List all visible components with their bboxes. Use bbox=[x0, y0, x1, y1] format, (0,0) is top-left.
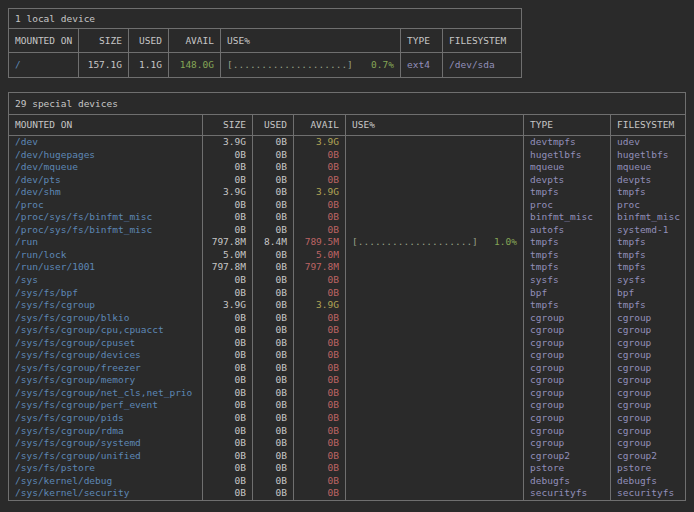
size-value: 0B bbox=[203, 199, 253, 212]
fs-type: proc bbox=[524, 199, 611, 212]
used-value: 0B bbox=[253, 324, 294, 337]
size-value: 3.9G bbox=[203, 136, 253, 149]
filesystem: cgroup bbox=[611, 374, 685, 387]
used-value: 0B bbox=[253, 362, 294, 375]
avail-value: 0B bbox=[294, 374, 346, 387]
used-value: 0B bbox=[253, 136, 294, 149]
usage-bar-cell bbox=[346, 261, 524, 274]
fs-type: tmpfs bbox=[524, 261, 611, 274]
usage-bar-cell bbox=[346, 437, 524, 450]
mount-point: /sys/fs/cgroup/net_cls,net_prio bbox=[9, 387, 203, 400]
size-value: 0B bbox=[203, 425, 253, 438]
filesystem: cgroup bbox=[611, 312, 685, 325]
usage-bar-cell bbox=[346, 337, 524, 350]
filesystem: cgroup bbox=[611, 425, 685, 438]
table-row: /dev/mqueue 0B 0B 0B mqueue mqueue bbox=[9, 161, 685, 174]
used-value: 0B bbox=[253, 337, 294, 350]
usage-bar-cell bbox=[346, 199, 524, 212]
usage-bar: [....................] bbox=[227, 53, 353, 77]
special-table-title: 29 special devices bbox=[9, 93, 685, 115]
table-row: /sys/fs/cgroup/pids 0B 0B 0B cgroup cgro… bbox=[9, 412, 685, 425]
usage-bar-cell bbox=[346, 299, 524, 312]
avail-value: 0B bbox=[294, 312, 346, 325]
mount-point: /proc/sys/fs/binfmt_misc bbox=[9, 211, 203, 224]
mount-point: /sys/fs/cgroup/rdma bbox=[9, 425, 203, 438]
usage-bar-cell bbox=[346, 475, 524, 488]
usage-bar-cell: [....................]1.0% bbox=[346, 236, 524, 249]
used-value: 0B bbox=[253, 450, 294, 463]
table-row: /dev 3.9G 0B 3.9G devtmpfs udev bbox=[9, 136, 685, 149]
mount-point: /proc/sys/fs/binfmt_misc bbox=[9, 224, 203, 237]
used-value: 0B bbox=[253, 349, 294, 362]
header-size: SIZE bbox=[79, 29, 129, 52]
filesystem: cgroup bbox=[611, 337, 685, 350]
avail-value: 0B bbox=[294, 425, 346, 438]
size-value: 797.8M bbox=[203, 236, 253, 249]
fs-type: debugfs bbox=[524, 475, 611, 488]
fs-type: autofs bbox=[524, 224, 611, 237]
used-value: 0B bbox=[253, 161, 294, 174]
size-value: 0B bbox=[203, 399, 253, 412]
size-value: 3.9G bbox=[203, 186, 253, 199]
filesystem: pstore bbox=[611, 462, 685, 475]
usage-bar-cell bbox=[346, 349, 524, 362]
used-value: 0B bbox=[253, 475, 294, 488]
table-row: /sys/fs/pstore 0B 0B 0B pstore pstore bbox=[9, 462, 685, 475]
used-value: 0B bbox=[253, 274, 294, 287]
size-value: 0B bbox=[203, 312, 253, 325]
size-value: 797.8M bbox=[203, 261, 253, 274]
mount-point: /run/user/1001 bbox=[9, 261, 203, 274]
filesystem: cgroup bbox=[611, 349, 685, 362]
header-use-percent: USE% bbox=[221, 29, 401, 52]
filesystem: proc bbox=[611, 199, 685, 212]
size-value: 0B bbox=[203, 149, 253, 162]
fs-type: cgroup bbox=[524, 437, 611, 450]
used-value: 1.1G bbox=[129, 53, 169, 77]
avail-value: 0B bbox=[294, 450, 346, 463]
header-used: USED bbox=[129, 29, 169, 52]
size-value: 3.9G bbox=[203, 299, 253, 312]
usage-bar: [....................] bbox=[352, 236, 478, 249]
used-value: 0B bbox=[253, 462, 294, 475]
avail-value: 0B bbox=[294, 199, 346, 212]
usage-bar-cell bbox=[346, 224, 524, 237]
fs-type: tmpfs bbox=[524, 249, 611, 262]
mount-point: /sys/fs/cgroup/devices bbox=[9, 349, 203, 362]
mount-point: /sys/fs/pstore bbox=[9, 462, 203, 475]
special-table-rows: /dev 3.9G 0B 3.9G devtmpfs udev /dev/hug… bbox=[9, 136, 685, 500]
fs-type: sysfs bbox=[524, 274, 611, 287]
avail-value: 0B bbox=[294, 387, 346, 400]
fs-type: tmpfs bbox=[524, 236, 611, 249]
used-value: 0B bbox=[253, 224, 294, 237]
avail-value: 789.5M bbox=[294, 236, 346, 249]
fs-type: hugetlbfs bbox=[524, 149, 611, 162]
avail-value: 0B bbox=[294, 349, 346, 362]
table-row: /dev/hugepages 0B 0B 0B hugetlbfs hugetl… bbox=[9, 149, 685, 162]
usage-bar-cell bbox=[346, 186, 524, 199]
filesystem: tmpfs bbox=[611, 249, 685, 262]
table-row: /proc 0B 0B 0B proc proc bbox=[9, 199, 685, 212]
avail-value: 0B bbox=[294, 274, 346, 287]
header-used: USED bbox=[253, 115, 294, 135]
avail-value: 3.9G bbox=[294, 186, 346, 199]
fs-type: cgroup bbox=[524, 337, 611, 350]
special-devices-table: 29 special devices MOUNTED ON SIZE USED … bbox=[8, 92, 686, 501]
table-row: /run/lock 5.0M 0B 5.0M tmpfs tmpfs bbox=[9, 249, 685, 262]
table-row: /sys/fs/cgroup 3.9G 0B 3.9G tmpfs tmpfs bbox=[9, 299, 685, 312]
usage-bar-cell: [....................]0.7% bbox=[221, 53, 401, 77]
header-use-percent: USE% bbox=[346, 115, 524, 135]
avail-value: 148.0G bbox=[169, 53, 221, 77]
filesystem: cgroup2 bbox=[611, 450, 685, 463]
usage-bar-cell bbox=[346, 174, 524, 187]
avail-value: 0B bbox=[294, 475, 346, 488]
avail-value: 0B bbox=[294, 399, 346, 412]
used-value: 0B bbox=[253, 199, 294, 212]
header-filesystem: FILESYSTEM bbox=[443, 29, 521, 52]
header-mounted-on: MOUNTED ON bbox=[9, 29, 79, 52]
mount-point: /sys/kernel/security bbox=[9, 487, 203, 500]
size-value: 0B bbox=[203, 211, 253, 224]
table-row: /sys/fs/cgroup/blkio 0B 0B 0B cgroup cgr… bbox=[9, 312, 685, 325]
used-value: 0B bbox=[253, 374, 294, 387]
avail-value: 0B bbox=[294, 437, 346, 450]
fs-type: securityfs bbox=[524, 487, 611, 500]
